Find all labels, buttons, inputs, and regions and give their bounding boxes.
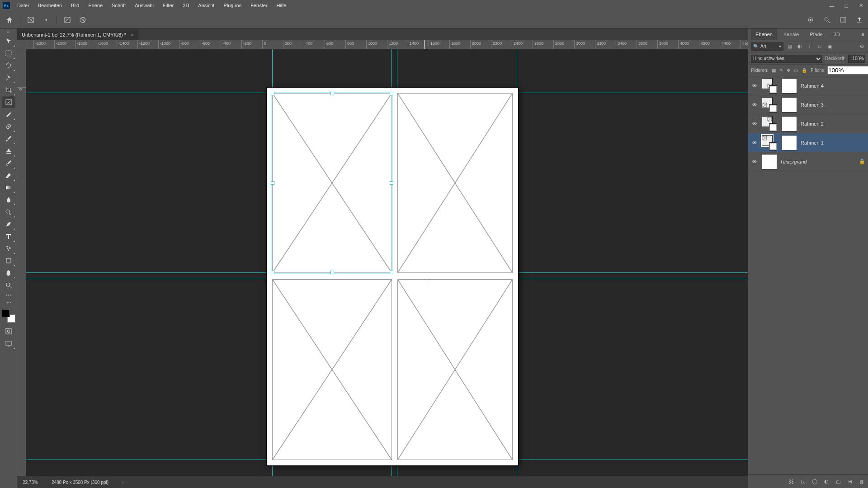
- frame-4[interactable]: [397, 279, 513, 460]
- panel-tab-3d[interactable]: 3D: [829, 28, 844, 40]
- tool-stamp[interactable]: [2, 145, 15, 157]
- document-tab-close[interactable]: ×: [131, 32, 133, 38]
- layer-thumbnail[interactable]: [762, 135, 777, 150]
- layer-visibility-icon[interactable]: 👁: [751, 121, 758, 127]
- menu-3d[interactable]: 3D: [178, 0, 193, 11]
- tool-zoom[interactable]: [2, 279, 15, 291]
- tool-brush[interactable]: [2, 133, 15, 145]
- frame-tool-icon[interactable]: [26, 15, 36, 25]
- tool-type[interactable]: [2, 230, 15, 242]
- document-tab[interactable]: Unbenannt-1 bei 22,7% (Rahmen 1, CMYK/8)…: [17, 29, 138, 40]
- tool-ellipsis[interactable]: [2, 291, 15, 299]
- layer-name[interactable]: Rahmen 3: [801, 102, 824, 108]
- home-icon[interactable]: [5, 15, 14, 25]
- lock-icon[interactable]: 🔒: [859, 159, 865, 164]
- tool-history-brush[interactable]: [2, 157, 15, 169]
- blend-mode-select[interactable]: Hindurchwirken: [751, 55, 822, 63]
- lock-position-icon[interactable]: ✥: [787, 68, 790, 73]
- lock-pixels-icon[interactable]: ▦: [772, 68, 776, 73]
- tool-dodge[interactable]: [2, 206, 15, 218]
- lock-all-icon[interactable]: 🔒: [802, 68, 807, 73]
- layer-rahmen-4[interactable]: 👁 Rahmen 4: [748, 76, 868, 95]
- panel-tab-layers[interactable]: Ebenen: [751, 28, 777, 40]
- tool-panel-collapse[interactable]: «: [0, 28, 17, 35]
- fill-value[interactable]: [827, 66, 868, 75]
- group-icon[interactable]: 🗀: [835, 479, 842, 484]
- lock-brush-icon[interactable]: ✎: [779, 68, 783, 73]
- tool-screen-mode[interactable]: [2, 338, 15, 349]
- search-icon[interactable]: [822, 15, 832, 25]
- status-arrow[interactable]: ›: [122, 480, 123, 485]
- frame-options-dropdown[interactable]: ▾: [41, 15, 51, 25]
- panel-tab-paths[interactable]: Pfade: [805, 28, 827, 40]
- layer-name[interactable]: Rahmen 1: [801, 140, 824, 145]
- tool-marquee[interactable]: [2, 47, 15, 59]
- fx-icon[interactable]: fx: [799, 479, 807, 484]
- delete-layer-icon[interactable]: 🗑: [858, 479, 865, 484]
- layer-background[interactable]: 👁 Hintergrund 🔒: [748, 152, 868, 171]
- menu-fenster[interactable]: Fenster: [246, 0, 272, 11]
- layer-mask-thumbnail[interactable]: [782, 135, 797, 150]
- layer-thumbnail[interactable]: [762, 78, 777, 94]
- tool-crop[interactable]: [2, 84, 15, 96]
- panel-tab-channels[interactable]: Kanäle: [779, 28, 803, 40]
- window-maximize-button[interactable]: □: [839, 0, 854, 11]
- layer-visibility-icon[interactable]: 👁: [751, 159, 758, 164]
- menu-plugins[interactable]: Plug-ins: [219, 0, 246, 11]
- layer-name[interactable]: Rahmen 2: [801, 121, 824, 127]
- filter-pixel-icon[interactable]: ▧: [786, 43, 793, 50]
- frame-1[interactable]: [272, 93, 392, 273]
- layer-thumbnail[interactable]: [762, 116, 777, 131]
- filter-smart-icon[interactable]: ▣: [826, 43, 833, 50]
- menu-filter[interactable]: Filter: [158, 0, 178, 11]
- tool-eraser[interactable]: [2, 169, 15, 181]
- menu-hilfe[interactable]: Hilfe: [272, 0, 291, 11]
- tool-heal[interactable]: [2, 121, 15, 132]
- frame-3[interactable]: [272, 279, 392, 460]
- status-zoom[interactable]: 22,73%: [23, 480, 38, 485]
- window-minimize-button[interactable]: —: [825, 0, 839, 11]
- color-swatches[interactable]: [2, 309, 15, 323]
- layer-mask-thumbnail[interactable]: [782, 116, 797, 131]
- filter-shape-icon[interactable]: ▱: [816, 43, 823, 50]
- tool-path-select[interactable]: [2, 243, 15, 254]
- tool-gradient[interactable]: [2, 182, 15, 193]
- filter-type-icon[interactable]: T: [806, 43, 813, 50]
- tool-lasso[interactable]: [2, 60, 15, 71]
- tool-hand[interactable]: [2, 267, 15, 279]
- mask-icon[interactable]: ◯: [811, 479, 818, 484]
- opacity-value[interactable]: [848, 55, 865, 63]
- layer-thumbnail[interactable]: [762, 97, 777, 113]
- menu-schrift[interactable]: Schrift: [107, 0, 130, 11]
- tool-eyedropper[interactable]: [2, 108, 15, 120]
- filter-adjust-icon[interactable]: ◐: [796, 43, 803, 50]
- filter-toggle-icon[interactable]: ⊘: [858, 43, 865, 50]
- layer-visibility-icon[interactable]: 👁: [751, 83, 758, 89]
- tool-blur[interactable]: [2, 194, 15, 206]
- layer-filter-type[interactable]: 🔍Art▾: [751, 42, 783, 51]
- layer-visibility-icon[interactable]: 👁: [751, 140, 758, 145]
- tool-quick-mask[interactable]: [2, 325, 15, 337]
- layer-thumbnail[interactable]: [762, 154, 777, 169]
- cloud-docs-icon[interactable]: [806, 15, 816, 25]
- tool-quick-select[interactable]: [2, 72, 15, 84]
- tool-move[interactable]: [2, 35, 15, 47]
- menu-ebene[interactable]: Ebene: [84, 0, 107, 11]
- layer-mask-thumbnail[interactable]: [782, 78, 797, 94]
- panel-menu-icon[interactable]: ≡: [858, 32, 868, 37]
- frame-rect-icon[interactable]: [62, 15, 72, 25]
- artboard[interactable]: [267, 88, 518, 465]
- status-doc-info[interactable]: 2480 Px x 3508 Px (300 ppi): [52, 480, 108, 485]
- layer-name[interactable]: Rahmen 4: [801, 83, 824, 89]
- workspace-icon[interactable]: [838, 15, 848, 25]
- tool-pen[interactable]: [2, 218, 15, 230]
- menu-ansicht[interactable]: Ansicht: [193, 0, 219, 11]
- canvas-stage[interactable]: [26, 49, 748, 476]
- link-layers-icon[interactable]: ⛓: [788, 479, 795, 484]
- layer-mask-thumbnail[interactable]: [782, 97, 797, 113]
- tool-shape[interactable]: [2, 255, 15, 267]
- lock-artboard-icon[interactable]: ▭: [794, 68, 798, 73]
- adjustment-icon[interactable]: ◐: [823, 479, 830, 484]
- ruler-horizontal[interactable]: -2200-2000-1800-1600-1400-1200-1000-800-…: [26, 40, 748, 49]
- frame-ellipse-icon[interactable]: [78, 15, 88, 25]
